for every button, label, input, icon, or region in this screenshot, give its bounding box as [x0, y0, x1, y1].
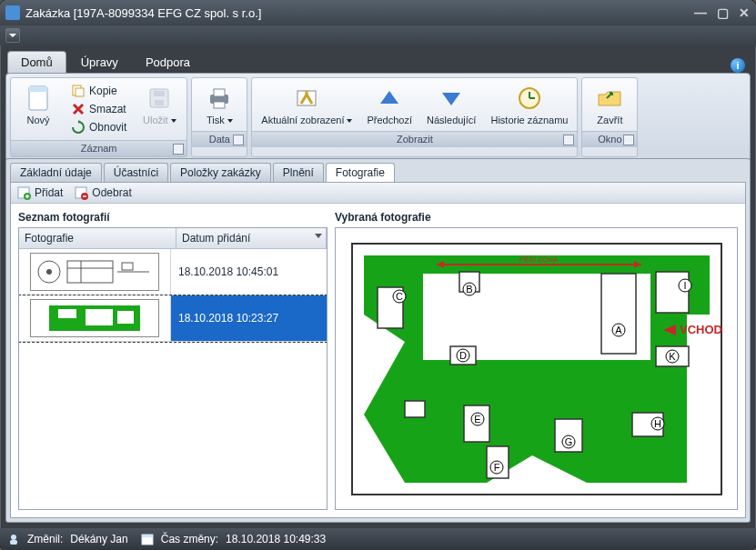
window-title: Zakázka [197A-8099334 EFG CZ spol. s r.o…	[25, 6, 694, 20]
photo-grid: Fotografie Datum přidání 18.10.2018	[18, 227, 328, 510]
data-group-label: Data	[209, 134, 230, 145]
odebrat-button[interactable]: Odebrat	[74, 185, 131, 200]
zaznam-group-label: Záznam	[81, 143, 117, 154]
close-window-button[interactable]: ✕	[738, 6, 751, 19]
svg-rect-79	[142, 535, 153, 537]
status-cas-value: 18.10.2018 10:49:33	[226, 533, 326, 545]
photo-preview: PĚŠÍ ZÓNA	[335, 227, 738, 510]
svg-rect-77	[10, 540, 17, 545]
svg-text:K: K	[669, 351, 676, 362]
tab-polozky[interactable]: Položky zakázky	[170, 163, 271, 182]
svg-point-76	[11, 535, 16, 540]
menu-tab-upravy[interactable]: Úpravy	[68, 52, 131, 73]
novy-label: Nový	[26, 115, 49, 125]
aktualni-label: Aktuální zobrazení	[261, 115, 352, 125]
ribbon: Nový Kopie Smazat	[5, 73, 751, 162]
app-icon	[5, 5, 20, 20]
smazat-button[interactable]: Smazat	[66, 100, 132, 118]
folder-close-icon	[595, 84, 624, 113]
zobrazit-group-label: Zobrazit	[397, 134, 433, 145]
minimize-button[interactable]: —	[694, 6, 707, 19]
historie-label: Historie záznamu	[490, 115, 568, 125]
content-area: Základní údaje Účastníci Položky zakázky…	[5, 158, 751, 523]
splitter: Seznam fotografií Fotografie Datum přidá…	[11, 204, 745, 517]
svg-rect-1	[29, 86, 47, 92]
smazat-label: Smazat	[89, 103, 126, 115]
svg-text:D: D	[459, 350, 467, 361]
tab-plneni[interactable]: Plnění	[273, 163, 324, 182]
table-row[interactable]: 18.10.2018 10:45:01	[19, 249, 327, 295]
col-fotografie[interactable]: Fotografie	[19, 228, 176, 248]
pridat-button[interactable]: Přidat	[16, 185, 63, 200]
refresh-icon	[71, 120, 86, 135]
new-document-icon	[24, 84, 53, 113]
status-zmenil-value: Dékány Jan	[70, 533, 127, 545]
svg-rect-36	[86, 309, 113, 325]
photo-grid-header: Fotografie Datum přidání	[19, 228, 327, 249]
titlebar: Zakázka [197A-8099334 EFG CZ spol. s r.o…	[0, 0, 756, 25]
predchozi-button[interactable]: Předchozí	[359, 80, 419, 129]
tab-zakladni[interactable]: Základní údaje	[10, 163, 102, 182]
svg-rect-3	[76, 88, 84, 96]
user-icon	[7, 533, 20, 545]
obnovit-button[interactable]: Obnovit	[66, 118, 132, 136]
obnovit-label: Obnovit	[89, 121, 126, 134]
svg-text:VCHOD: VCHOD	[680, 323, 722, 336]
ribbon-group-zaznam: Nový Kopie Smazat	[10, 77, 187, 157]
svg-text:G: G	[564, 436, 572, 447]
zobrazit-launcher[interactable]	[563, 135, 574, 145]
predchozi-label: Předchozí	[367, 115, 412, 125]
novy-button[interactable]: Nový	[13, 80, 64, 138]
photo-preview-title: Vybraná fotografie	[335, 211, 738, 224]
svg-rect-37	[117, 311, 134, 324]
history-icon	[515, 84, 544, 113]
photo-preview-pane: Vybraná fotografie PĚŠÍ ZÓNA	[335, 211, 738, 510]
add-icon	[16, 185, 31, 200]
svg-rect-53	[405, 401, 425, 417]
menu-tab-domu[interactable]: Domů	[7, 51, 66, 73]
info-icon[interactable]: i	[731, 58, 745, 73]
svg-text:F: F	[493, 462, 499, 473]
historie-button[interactable]: Historie záznamu	[483, 80, 575, 129]
table-row[interactable]: 18.10.2018 10:23:27	[19, 295, 327, 342]
quick-access-dropdown[interactable]	[5, 28, 20, 43]
calendar-icon	[141, 533, 154, 545]
zavrit-label: Zavřít	[597, 115, 622, 125]
delete-icon	[71, 102, 86, 116]
tab-fotografie[interactable]: Fotografie	[326, 163, 395, 182]
tisk-button[interactable]: Tisk	[194, 80, 245, 129]
maximize-button[interactable]: ▢	[716, 6, 729, 19]
menu-tab-podpora[interactable]: Podpora	[133, 52, 203, 73]
col-datumpridani[interactable]: Datum přidání	[176, 228, 327, 248]
svg-marker-16	[442, 93, 460, 105]
ulozit-button[interactable]: Uložit	[134, 80, 185, 138]
photo-date: 18.10.2018 10:23:27	[171, 295, 327, 341]
aktualni-zobrazeni-button[interactable]: Aktuální zobrazení	[254, 80, 359, 129]
zaznam-launcher[interactable]	[173, 144, 184, 155]
print-icon	[205, 84, 234, 113]
kopie-button[interactable]: Kopie	[66, 82, 132, 100]
save-icon	[145, 84, 174, 113]
nasledujici-button[interactable]: Následující	[419, 80, 483, 129]
photo-thumbnail	[30, 299, 159, 337]
previous-icon	[375, 84, 404, 113]
svg-rect-46	[601, 274, 636, 354]
status-bar: Změnil: Dékány Jan Čas změny: 18.10.2018…	[0, 528, 756, 550]
photo-thumbnail	[30, 253, 159, 291]
okno-launcher[interactable]	[623, 135, 634, 145]
data-launcher[interactable]	[233, 135, 244, 145]
svg-text:A: A	[615, 325, 622, 335]
zavrit-button[interactable]: Zavřít	[584, 80, 635, 129]
ribbon-group-data: Tisk Data	[191, 77, 247, 157]
okno-group-label: Okno	[598, 134, 621, 145]
tab-ucastnici[interactable]: Účastníci	[104, 163, 168, 182]
kopie-label: Kopie	[89, 85, 117, 97]
ribbon-group-okno: Zavřít Okno	[581, 77, 638, 157]
svg-rect-35	[58, 309, 76, 318]
chevron-down-icon[interactable]	[315, 234, 322, 238]
view-panel: Přidat Odebrat Seznam fotografií Fotogra…	[10, 182, 746, 518]
remove-icon	[74, 185, 88, 200]
svg-rect-29	[67, 261, 113, 283]
svg-rect-9	[155, 100, 164, 105]
status-zmenil-label: Změnil:	[27, 533, 63, 545]
